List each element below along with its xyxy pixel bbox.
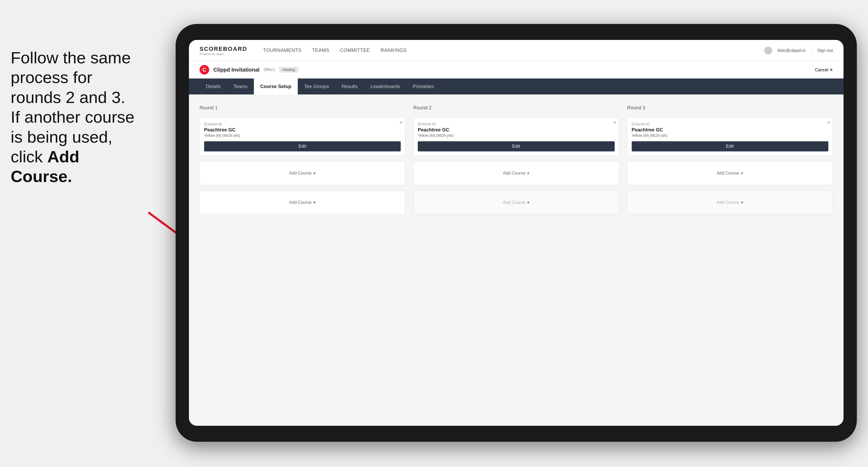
instruction-line1: Follow the same [11,49,131,67]
round-2-add-course-1-label: Add Course [503,171,526,176]
round-2-edit-button[interactable]: Edit [418,141,614,151]
round-1-course-detail: Yellow (M) (6629 yds) [204,133,401,137]
cancel-icon: ✕ [829,68,833,72]
round-3-column: Round 3 ✕ (Course A) Peachtree GC Yellow… [627,105,833,215]
tab-bar: Details Teams Course Setup Tee Groups Re… [189,79,843,94]
tournament-name: Clippd Invitational [213,67,259,73]
round-2-add-course-2-plus: + [527,200,530,205]
sub-header: C Clippd Invitational (Men) Hosting Canc… [189,61,843,79]
tablet-screen: SCOREBOARD Powered by clippd TOURNAMENTS… [189,40,843,426]
clippd-logo: C [199,65,209,74]
tab-course-setup[interactable]: Course Setup [254,79,298,94]
round-2-course-label: (Course A) [418,122,614,126]
cancel-button[interactable]: Cancel ✕ [815,67,833,72]
round-1-column: Round 1 ✕ (Course A) Peachtree GC Yellow… [199,105,405,215]
nav-separator: | [811,48,812,53]
round-3-edit-button[interactable]: Edit [632,141,828,151]
tab-printables[interactable]: Printables [406,79,440,94]
round-1-delete-icon[interactable]: ✕ [399,120,403,125]
round-3-add-course-1-plus: + [741,171,743,176]
round-3-add-course-2-label: Add Course [717,200,739,205]
rounds-grid: Round 1 ✕ (Course A) Peachtree GC Yellow… [199,105,833,215]
tab-details[interactable]: Details [199,79,227,94]
round-1-add-course-1-plus: + [313,171,316,176]
nav-right: blair@clippd.io | Sign out [764,46,833,55]
tournament-gender: (Men) [264,67,275,72]
round-1-course-card-wrapper: ✕ (Course A) Peachtree GC Yellow (M) (66… [199,117,405,156]
round-3-add-course-2-plus: + [741,200,743,205]
hosting-badge: Hosting [279,67,298,73]
main-content: Round 1 ✕ (Course A) Peachtree GC Yellow… [189,94,843,426]
user-email: blair@clippd.io [778,48,805,53]
round-1-course-card: ✕ (Course A) Peachtree GC Yellow (M) (66… [199,117,405,156]
nav-committee[interactable]: COMMITTEE [340,48,370,53]
sub-header-left: C Clippd Invitational (Men) Hosting [199,65,298,74]
round-3-add-course-1-label: Add Course [717,171,739,176]
sign-out-link[interactable]: Sign out [817,48,833,53]
round-3-course-label: (Course A) [632,122,828,126]
round-1-edit-button[interactable]: Edit [204,141,401,151]
round-1-course-label: (Course A) [204,122,401,126]
round-3-course-name: Peachtree GC [632,127,828,133]
nav-teams[interactable]: TEAMS [312,48,330,53]
round-2-column: Round 2 ✕ (Course A) Peachtree GC Yellow… [413,105,619,215]
round-2-add-course-2: Add Course + [413,190,619,215]
instruction-line3: rounds 2 and 3. [11,88,125,106]
round-2-add-course-2-label: Add Course [503,200,526,205]
nav-tournaments[interactable]: TOURNAMENTS [263,48,302,53]
round-3-course-detail: Yellow (M) (6629 yds) [632,133,828,137]
round-1-add-course-2-label: Add Course [289,200,312,205]
round-3-course-card-wrapper: ✕ (Course A) Peachtree GC Yellow (M) (66… [627,117,833,156]
tablet-device: SCOREBOARD Powered by clippd TOURNAMENTS… [176,24,857,442]
instruction-line6-prefix: click [11,148,48,166]
round-3-course-card: ✕ (Course A) Peachtree GC Yellow (M) (66… [627,117,833,156]
round-1-add-course-1-label: Add Course [289,171,312,176]
tab-leaderboards[interactable]: Leaderboards [364,79,406,94]
nav-links: TOURNAMENTS TEAMS COMMITTEE RANKINGS [263,48,407,53]
top-navigation: SCOREBOARD Powered by clippd TOURNAMENTS… [189,40,843,61]
round-3-add-course-1[interactable]: Add Course + [627,161,833,185]
scoreboard-logo: SCOREBOARD Powered by clippd [199,45,247,56]
tab-results[interactable]: Results [335,79,364,94]
round-2-course-card-wrapper: ✕ (Course A) Peachtree GC Yellow (M) (66… [413,117,619,156]
round-2-course-card: ✕ (Course A) Peachtree GC Yellow (M) (66… [413,117,619,156]
instruction-panel: Follow the same process for rounds 2 and… [0,42,154,192]
tab-tee-groups[interactable]: Tee Groups [298,79,335,94]
avatar [764,46,772,55]
round-1-title: Round 1 [199,105,405,111]
round-2-course-detail: Yellow (M) (6629 yds) [418,133,614,137]
cancel-label: Cancel [815,68,828,72]
round-1-course-name: Peachtree GC [204,127,401,133]
round-1-add-course-2[interactable]: Add Course + [199,190,405,215]
instruction-line4: If another course [11,108,134,126]
round-2-title: Round 2 [413,105,619,111]
round-1-add-course-1[interactable]: Add Course + [199,161,405,185]
logo-title: SCOREBOARD [199,45,247,53]
nav-left: SCOREBOARD Powered by clippd TOURNAMENTS… [199,45,407,56]
instruction-line2: process for [11,68,92,87]
round-3-delete-icon[interactable]: ✕ [827,120,830,125]
nav-rankings[interactable]: RANKINGS [380,48,407,53]
logo-subtitle: Powered by clippd [199,53,247,56]
tab-teams[interactable]: Teams [227,79,254,94]
round-2-add-course-1-plus: + [527,171,530,176]
instruction-line5: is being used, [11,128,113,146]
round-2-delete-icon[interactable]: ✕ [613,120,617,125]
round-3-title: Round 3 [627,105,833,111]
round-3-add-course-2: Add Course + [627,190,833,215]
round-1-add-course-2-plus: + [313,200,316,205]
round-2-add-course-1[interactable]: Add Course + [413,161,619,185]
round-2-course-name: Peachtree GC [418,127,614,133]
